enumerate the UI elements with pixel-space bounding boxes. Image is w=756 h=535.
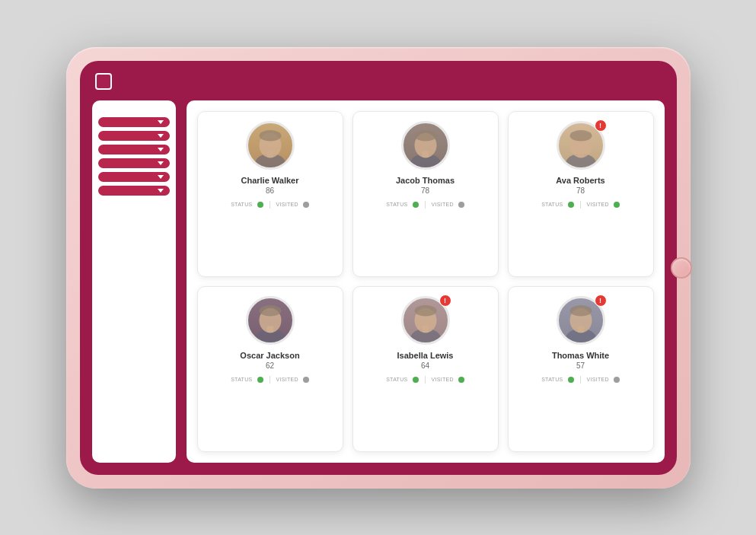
filter-arrow-icon <box>158 161 164 165</box>
app-content: Charlie Walker 86 STATUS VISITED <box>92 100 665 463</box>
filter-arrow-icon <box>158 175 164 179</box>
visited-dot <box>303 202 309 208</box>
svg-point-15 <box>259 305 281 317</box>
avatar <box>246 296 295 345</box>
visited-label: VISITED <box>587 202 609 207</box>
status-dot <box>257 377 263 383</box>
status-label: STATUS <box>386 202 407 207</box>
status-row: STATUS VISITED <box>359 376 492 384</box>
filter-clients[interactable] <box>98 131 170 141</box>
avatar-wrapper <box>246 296 295 345</box>
status-label: STATUS <box>231 377 252 382</box>
status-dot <box>568 202 574 208</box>
avatar <box>246 121 295 170</box>
app-logo <box>95 73 112 90</box>
alert-badge: ! <box>595 295 607 307</box>
avatar-wrapper <box>401 121 450 170</box>
divider <box>270 376 270 384</box>
divider <box>270 201 270 209</box>
person-name: Oscar Jackson <box>240 351 299 360</box>
status-row: STATUS VISITED <box>515 201 647 209</box>
divider <box>580 376 581 384</box>
svg-point-7 <box>414 130 436 142</box>
filter-visited[interactable] <box>98 186 170 196</box>
alert-badge: ! <box>595 119 607 132</box>
avatar-wrapper <box>246 121 295 170</box>
status-row: STATUS VISITED <box>204 201 337 209</box>
visited-dot <box>303 377 309 383</box>
alert-badge: ! <box>439 295 451 307</box>
status-dot <box>413 377 419 383</box>
person-card[interactable]: ! Isabella Lewis 64 STATUS VISITED <box>352 286 499 452</box>
svg-point-11 <box>569 130 592 142</box>
visited-dot <box>614 377 620 383</box>
visited-dot <box>614 202 620 208</box>
avatar <box>401 121 450 170</box>
divider <box>425 201 426 209</box>
avatar-wrapper: ! <box>401 296 450 345</box>
divider <box>580 201 581 209</box>
status-label: STATUS <box>541 202 563 207</box>
home-button[interactable] <box>671 257 692 279</box>
person-age: 86 <box>266 186 274 195</box>
visited-label: VISITED <box>587 377 609 382</box>
filter-alert-types[interactable] <box>98 172 170 182</box>
people-grid: Charlie Walker 86 STATUS VISITED <box>197 111 654 452</box>
tablet-screen: Charlie Walker 86 STATUS VISITED <box>80 61 677 475</box>
cards-container: Charlie Walker 86 STATUS VISITED <box>187 100 665 463</box>
svg-point-23 <box>569 305 592 317</box>
filter-carers[interactable] <box>98 117 170 127</box>
filter-arrow-icon <box>158 189 164 193</box>
person-age: 78 <box>576 186 585 195</box>
person-name: Charlie Walker <box>241 176 298 185</box>
status-label: STATUS <box>386 377 407 382</box>
visited-dot <box>458 377 464 383</box>
status-label: STATUS <box>231 202 252 207</box>
person-card[interactable]: Jacob Thomas 78 STATUS VISITED <box>352 111 499 277</box>
filter-arrow-icon <box>158 148 164 151</box>
divider <box>425 376 426 384</box>
person-card[interactable]: Oscar Jackson 62 STATUS VISITED <box>197 286 343 452</box>
app-screen: Charlie Walker 86 STATUS VISITED <box>80 61 677 475</box>
person-name: Ava Roberts <box>556 176 604 185</box>
status-dot <box>413 202 419 208</box>
sidebar-filters <box>92 100 176 463</box>
status-row: STATUS VISITED <box>359 201 492 209</box>
filter-arrow-icon <box>158 134 164 138</box>
svg-point-19 <box>414 305 436 317</box>
person-name: Jacob Thomas <box>396 176 455 185</box>
person-card[interactable]: ! Thomas White 57 STATUS VISITED <box>508 286 654 452</box>
visited-label: VISITED <box>432 202 454 207</box>
person-name: Thomas White <box>552 351 609 360</box>
status-dot <box>257 202 263 208</box>
svg-point-3 <box>259 130 281 142</box>
person-age: 57 <box>576 361 585 370</box>
avatar-wrapper: ! <box>557 121 605 170</box>
visited-label: VISITED <box>276 377 298 382</box>
visited-label: VISITED <box>432 377 454 382</box>
person-age: 62 <box>266 361 274 370</box>
person-name: Isabella Lewis <box>397 351 454 360</box>
person-card[interactable]: Charlie Walker 86 STATUS VISITED <box>197 111 343 277</box>
person-age: 64 <box>421 361 429 370</box>
avatar-wrapper: ! <box>557 296 605 345</box>
visited-label: VISITED <box>276 202 298 207</box>
filter-statuses[interactable] <box>98 158 170 168</box>
visited-dot <box>458 202 464 208</box>
person-card[interactable]: ! Ava Roberts 78 STATUS VISITED <box>508 111 654 277</box>
app-header <box>92 73 665 90</box>
filter-branches[interactable] <box>98 145 170 154</box>
status-dot <box>568 377 574 383</box>
person-age: 78 <box>421 186 429 195</box>
tablet-frame: Charlie Walker 86 STATUS VISITED <box>66 47 691 489</box>
filter-arrow-icon <box>158 120 164 124</box>
status-row: STATUS VISITED <box>204 376 337 384</box>
status-label: STATUS <box>541 377 563 382</box>
status-row: STATUS VISITED <box>515 376 647 384</box>
